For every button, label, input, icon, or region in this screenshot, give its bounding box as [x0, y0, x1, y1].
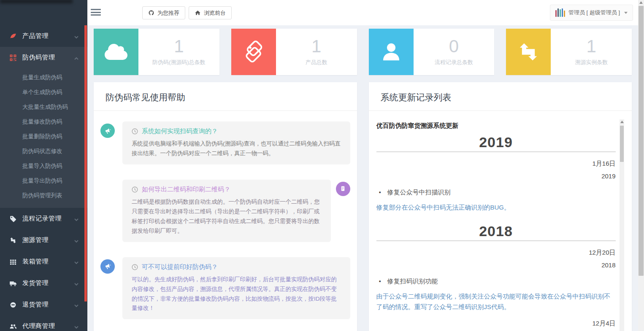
cloud-icon [94, 29, 138, 75]
faq-list: 系统如何实现扫码查询的？ 系统提供电脑端和手机端输入防伪码(溯源码)查询，也可以… [94, 111, 357, 331]
users-icon [9, 323, 17, 330]
page-scrollbar[interactable] [638, 0, 644, 331]
app-logo [2, 0, 76, 27]
bullhorn-icon [100, 259, 115, 274]
sidebar-group-anticounterfeit: 防伪码管理 批量生成防伪码 单个生成防伪码 大批量生成防伪码 批量修改防伪码 批… [0, 47, 87, 208]
sidebar-subitem-batch-generate[interactable]: 批量生成防伪码 [0, 70, 87, 85]
logo-smudge [0, 0, 73, 3]
update-year: 2019 [376, 172, 616, 180]
chevron-down-icon [74, 302, 79, 307]
sidebar-item-shipping-mgmt[interactable]: 发货管理 [0, 272, 87, 294]
sidebar-item-packing-mgmt[interactable]: 装箱管理 [0, 251, 87, 272]
clock-icon [132, 186, 138, 193]
chevron-down-icon [74, 216, 79, 221]
tag-icon [9, 215, 17, 223]
faq-item: 系统如何实现扫码查询的？ 系统提供电脑端和手机端输入防伪码(溯源码)查询，也可以… [100, 121, 350, 164]
stat-card-trace-instances: 1 溯源实例条数 [506, 29, 632, 75]
update-item-desc: 修复部分在公众号中扫码无法正确识别的BUG。 [376, 202, 616, 213]
browse-frontend-button-label: 浏览前台 [204, 9, 226, 17]
user-menu-label: 管理员 [ 超级管理员 ] [568, 9, 620, 16]
chevron-down-icon [74, 324, 79, 329]
document-icon [336, 182, 350, 196]
sidebar-subitem-batch-export[interactable]: 批量导出防伪码 [0, 173, 87, 188]
faq-answer: 二维码是根据防伪码数据自动生成的。一个防伪码自动对应一个二维码，您只需要在导出时… [132, 197, 322, 236]
browse-frontend-button[interactable]: 浏览前台 [189, 6, 232, 19]
sidebar-item-returns-mgmt[interactable]: 退货管理 [0, 294, 87, 315]
sidebar-item-product-mgmt[interactable]: 产品管理 [0, 25, 87, 47]
sidebar-item-label: 溯源管理 [22, 236, 74, 244]
faq-question: 如何导出二维码和印刷二维码？ [142, 186, 230, 194]
year-heading: 2019 [376, 134, 616, 151]
update-date: 12月20日 [376, 249, 616, 257]
sidebar-item-label: 防伪码管理 [22, 54, 74, 62]
faq-item: 可不可以提前印好防伪码？ 可以的。先生成好防伪码，然后拿到印刷厂印刷好，后台可批… [100, 257, 350, 320]
clock-icon [132, 128, 138, 135]
hamburger-icon[interactable] [91, 9, 101, 16]
update-item-title: 修复公众号中扫描识别 [376, 188, 616, 196]
sidebar-item-label: 代理商管理 [22, 322, 74, 330]
updates-panel: 系统更新记录列表 优百防伪防窜货溯源系统更新 2019 1月16日 2019 修… [369, 82, 632, 331]
minus-circle-icon [9, 301, 17, 309]
stat-label: 防伪码(溯源码)总条数 [152, 59, 206, 66]
stat-value: 1 [311, 38, 321, 55]
stat-label: 流程记录总条数 [435, 59, 473, 66]
updates-section-2019: 2019 1月16日 2019 修复公众号中扫描识别 修复部分在公众号中扫码无法… [376, 134, 616, 213]
sidebar-subitem-status-modify[interactable]: 防伪码状态修改 [0, 144, 87, 159]
sidebar-item-label: 产品管理 [22, 32, 74, 40]
stat-label: 产品总数 [306, 59, 327, 66]
sidebar: 产品管理 [0, 0, 87, 331]
faq-item: 如何导出二维码和印刷二维码？ 二维码是根据防伪码数据自动生成的。一个防伪码自动对… [100, 180, 350, 242]
stat-value: 0 [449, 38, 459, 55]
sidebar-submenu: 批量生成防伪码 单个生成防伪码 大批量生成防伪码 批量修改防伪码 批量删除防伪码… [0, 68, 87, 208]
sidebar-item-label: 装箱管理 [22, 258, 74, 266]
divider [376, 151, 616, 152]
sidebar-item-label: 流程记录管理 [22, 215, 74, 223]
stat-value: 1 [174, 38, 184, 55]
scroll-up-arrow-icon[interactable] [620, 121, 624, 123]
updates-body: 优百防伪防窜货溯源系统更新 2019 1月16日 2019 修复公众号中扫描识别… [369, 111, 632, 331]
updates-scrollbar-thumb[interactable] [620, 126, 624, 162]
sidebar-subitem-code-list[interactable]: 防伪码管理列表 [0, 188, 87, 203]
stat-label: 溯源实例条数 [575, 59, 608, 66]
updates-panel-title: 系统更新记录列表 [369, 82, 632, 111]
sidebar-subitem-batch-modify[interactable]: 批量修改防伪码 [0, 114, 87, 129]
user-menu[interactable]: 管理员 [ 超级管理员 ] [550, 5, 633, 21]
sidebar-subitem-single-generate[interactable]: 单个生成防伪码 [0, 85, 87, 100]
github-icon [148, 10, 154, 16]
sidebar-subitem-batch-import[interactable]: 批量导入防伪码 [0, 159, 87, 173]
scroll-up-arrow-icon[interactable] [639, 1, 643, 4]
stat-card-process-records: 0 流程记录总条数 [369, 29, 495, 75]
sidebar-item-label: 退货管理 [22, 301, 74, 309]
updates-section-2018: 2018 12月20日 2018 修复扫码识别功能 由于公众号二维码规则变化，强… [376, 223, 616, 331]
faq-question: 可不可以提前印好防伪码？ [142, 263, 218, 271]
update-date: 12月4日 [376, 320, 616, 328]
update-year: 2018 [376, 261, 616, 269]
sidebar-scrollbar-thumb[interactable] [84, 25, 87, 301]
sidebar-item-process-records[interactable]: 流程记录管理 [0, 208, 87, 229]
retweet-icon [506, 29, 551, 75]
chevron-down-icon [74, 238, 79, 243]
sidebar-subitem-batch-delete[interactable]: 批量删除防伪码 [0, 129, 87, 144]
sidebar-item-code-mgmt[interactable]: 防伪码管理 [0, 47, 87, 68]
grid-icon [9, 258, 17, 266]
bullhorn-icon [100, 124, 115, 138]
qrcode-icon [9, 54, 17, 62]
faq-panel: 防伪码常见使用帮助 系统如何实现扫码查询的？ 系统提供电脑端和手机端输入防伪码(… [94, 82, 357, 331]
recommend-button[interactable]: 为您推荐 [142, 6, 185, 19]
divider [376, 240, 616, 241]
clock-icon [132, 264, 138, 270]
caret-down-icon [624, 12, 628, 14]
chevron-down-icon [74, 281, 79, 286]
updates-scrollbar[interactable] [620, 119, 624, 331]
sidebar-item-label: 发货管理 [22, 279, 74, 287]
recommend-button-label: 为您推荐 [157, 9, 179, 17]
sidebar-nav: 产品管理 [0, 25, 87, 331]
sidebar-item-agent-mgmt[interactable]: 代理商管理 [0, 315, 87, 331]
update-date: 1月16日 [376, 160, 616, 168]
page-scrollbar-thumb[interactable] [639, 6, 644, 276]
sidebar-subitem-bulk-generate[interactable]: 大批量生成防伪码 [0, 100, 87, 114]
sidebar-item-trace-mgmt[interactable]: 溯源管理 [0, 229, 87, 251]
update-item-title: 修复扫码识别功能 [376, 277, 616, 285]
chevron-down-icon [74, 34, 79, 39]
stat-card-codes-total: 1 防伪码(溯源码)总条数 [94, 29, 219, 75]
